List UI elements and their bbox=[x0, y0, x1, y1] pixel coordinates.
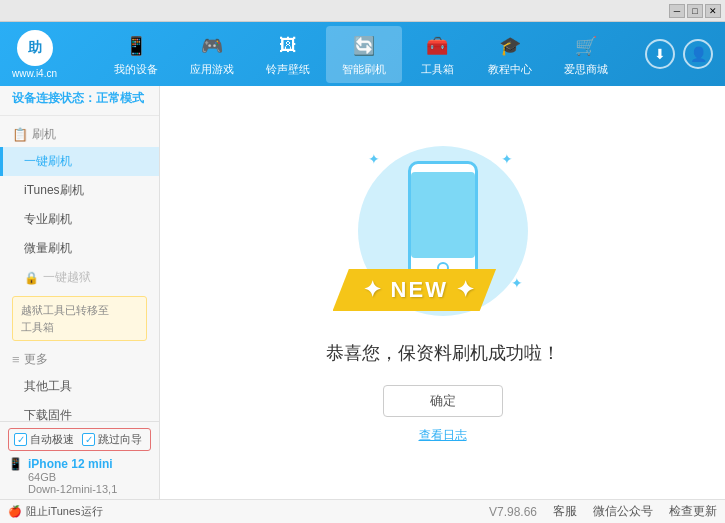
header-right: ⬇ 👤 bbox=[645, 39, 713, 69]
itunes-icon: 🍎 bbox=[8, 505, 22, 518]
sidebar-item-itunes-flash[interactable]: iTunes刷机 bbox=[0, 176, 159, 205]
nav-apps-label: 应用游戏 bbox=[190, 62, 234, 77]
wechat-link[interactable]: 微信公众号 bbox=[593, 503, 653, 520]
more-section-icon: ≡ bbox=[12, 352, 20, 367]
device-system: Down-12mini-13,1 bbox=[28, 483, 117, 495]
sidebar-bottom: 自动极速 跳过向导 📱 iPhone 12 mini 64GB Down-12m… bbox=[0, 421, 159, 499]
nav-wallpaper-icon: 🖼 bbox=[274, 32, 302, 60]
checkboxes-container: 自动极速 跳过向导 bbox=[8, 428, 151, 451]
device-info: 📱 iPhone 12 mini 64GB Down-12mini-13,1 bbox=[8, 457, 151, 495]
nav-wallpaper[interactable]: 🖼 铃声壁纸 bbox=[250, 26, 326, 83]
logo-area: 助 www.i4.cn bbox=[12, 30, 57, 79]
new-banner: ✦ NEW ✦ bbox=[333, 269, 497, 311]
jailbreak-note: 越狱工具已转移至工具箱 bbox=[12, 296, 147, 341]
phone-illustration: ✦ ✦ ✦ ✦ NEW ✦ bbox=[353, 141, 533, 321]
nav-apps-icon: 🎮 bbox=[198, 32, 226, 60]
nav-store-icon: 🛒 bbox=[572, 32, 600, 60]
sidebar-item-one-click-flash[interactable]: 一键刷机 bbox=[0, 147, 159, 176]
nav-smart-flash[interactable]: 🔄 智能刷机 bbox=[326, 26, 402, 83]
sidebar-section-more: ≡ 更多 bbox=[0, 345, 159, 372]
footer-right: V7.98.66 客服 微信公众号 检查更新 bbox=[489, 503, 717, 520]
nav-apps[interactable]: 🎮 应用游戏 bbox=[174, 26, 250, 83]
nav-tutorial-icon: 🎓 bbox=[496, 32, 524, 60]
status-label: 设备连接状态： bbox=[12, 91, 96, 105]
nav-my-device-icon: 📱 bbox=[122, 32, 150, 60]
status-bar: 设备连接状态：正常模式 bbox=[0, 86, 159, 116]
sidebar-item-download-fw[interactable]: 下载固件 bbox=[0, 401, 159, 421]
update-link[interactable]: 检查更新 bbox=[669, 503, 717, 520]
sidebar-item-other-tools[interactable]: 其他工具 bbox=[0, 372, 159, 401]
support-link[interactable]: 客服 bbox=[553, 503, 577, 520]
maximize-button[interactable]: □ bbox=[687, 4, 703, 18]
confirm-button[interactable]: 确定 bbox=[383, 385, 503, 417]
main-content: ✦ ✦ ✦ ✦ NEW ✦ 恭喜您，保资料刷机成功啦！ 确定 查看日志 bbox=[160, 86, 725, 499]
nav-store[interactable]: 🛒 爱思商城 bbox=[548, 26, 624, 83]
nav-toolbox-icon: 🧰 bbox=[423, 32, 451, 60]
itunes-btn[interactable]: 🍎 阻止iTunes运行 bbox=[8, 504, 103, 519]
auto-send-check-icon bbox=[14, 433, 27, 446]
device-icon: 📱 bbox=[8, 457, 23, 471]
device-name: iPhone 12 mini bbox=[28, 457, 117, 471]
phone-screen bbox=[411, 172, 475, 258]
device-details: iPhone 12 mini 64GB Down-12mini-13,1 bbox=[28, 457, 117, 495]
nav-wallpaper-label: 铃声壁纸 bbox=[266, 62, 310, 77]
more-section-label: 更多 bbox=[24, 351, 48, 368]
nav-my-device-label: 我的设备 bbox=[114, 62, 158, 77]
skip-wizard-checkbox[interactable]: 跳过向导 bbox=[82, 432, 142, 447]
sidebar-section-jailbreak: 🔒 一键越狱 bbox=[0, 263, 159, 292]
download-button[interactable]: ⬇ bbox=[645, 39, 675, 69]
success-text: 恭喜您，保资料刷机成功啦！ bbox=[326, 341, 560, 365]
close-button[interactable]: ✕ bbox=[705, 4, 721, 18]
nav-smart-flash-label: 智能刷机 bbox=[342, 62, 386, 77]
sidebar-section-flash: 📋 刷机 bbox=[0, 120, 159, 147]
skip-wizard-check-icon bbox=[82, 433, 95, 446]
device-storage: 64GB bbox=[28, 471, 117, 483]
nav-tutorial-label: 教程中心 bbox=[488, 62, 532, 77]
status-value: 正常模式 bbox=[96, 91, 144, 105]
skip-wizard-label: 跳过向导 bbox=[98, 432, 142, 447]
auto-send-label: 自动极速 bbox=[30, 432, 74, 447]
sidebar: 设备连接状态：正常模式 📋 刷机 一键刷机 iTunes刷机 专业刷机 bbox=[0, 86, 160, 499]
nav-tutorial[interactable]: 🎓 教程中心 bbox=[472, 26, 548, 83]
minimize-button[interactable]: ─ bbox=[669, 4, 685, 18]
flash-section-label: 刷机 bbox=[32, 126, 56, 143]
nav-toolbox-label: 工具箱 bbox=[421, 62, 454, 77]
footer: 🍎 阻止iTunes运行 V7.98.66 客服 微信公众号 检查更新 bbox=[0, 499, 725, 523]
nav-smart-flash-icon: 🔄 bbox=[350, 32, 378, 60]
nav-items: 📱 我的设备 🎮 应用游戏 🖼 铃声壁纸 🔄 智能刷机 🧰 工具箱 🎓 bbox=[77, 26, 645, 83]
flash-section-icon: 📋 bbox=[12, 127, 28, 142]
app-wrapper: ─ □ ✕ 助 www.i4.cn 📱 我的设备 🎮 应用游戏 🖼 铃声壁纸 🔄 bbox=[0, 0, 725, 523]
sparkle-3: ✦ bbox=[511, 275, 523, 291]
logo-url: www.i4.cn bbox=[12, 68, 57, 79]
nav-my-device[interactable]: 📱 我的设备 bbox=[98, 26, 174, 83]
sidebar-item-wipe-flash[interactable]: 微量刷机 bbox=[0, 234, 159, 263]
title-bar: ─ □ ✕ bbox=[0, 0, 725, 22]
version-text: V7.98.66 bbox=[489, 505, 537, 519]
sparkle-1: ✦ bbox=[368, 151, 380, 167]
logo-icon: 助 bbox=[17, 30, 53, 66]
content-row: 设备连接状态：正常模式 📋 刷机 一键刷机 iTunes刷机 专业刷机 bbox=[0, 86, 725, 499]
user-button[interactable]: 👤 bbox=[683, 39, 713, 69]
lock-icon: 🔒 bbox=[24, 271, 39, 285]
sidebar-scroll: 📋 刷机 一键刷机 iTunes刷机 专业刷机 微量刷机 🔒 bbox=[0, 120, 159, 421]
auto-send-checkbox[interactable]: 自动极速 bbox=[14, 432, 74, 447]
sparkle-2: ✦ bbox=[501, 151, 513, 167]
itunes-label: 阻止iTunes运行 bbox=[26, 504, 103, 519]
nav-store-label: 爱思商城 bbox=[564, 62, 608, 77]
nav-toolbox[interactable]: 🧰 工具箱 bbox=[402, 26, 472, 83]
log-link[interactable]: 查看日志 bbox=[419, 427, 467, 444]
phone-device bbox=[408, 161, 478, 281]
header: 助 www.i4.cn 📱 我的设备 🎮 应用游戏 🖼 铃声壁纸 🔄 智能刷机 … bbox=[0, 22, 725, 86]
sidebar-item-pro-flash[interactable]: 专业刷机 bbox=[0, 205, 159, 234]
